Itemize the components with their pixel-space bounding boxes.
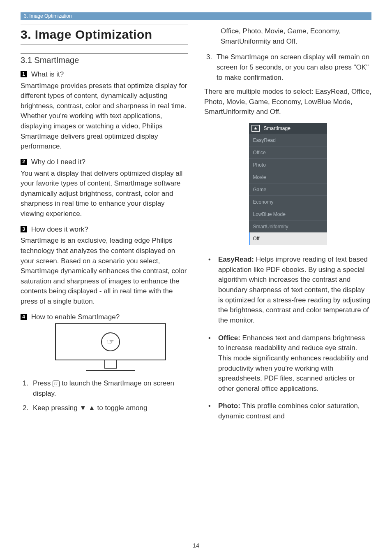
arrow-icons: ▼ ▲ <box>79 404 95 412</box>
osd-item-photo[interactable]: Photo <box>249 158 327 171</box>
step-3: The SmartImage on screen display will re… <box>214 52 371 83</box>
mode-office-text: Enhances text and dampens brightness to … <box>218 334 369 392</box>
mode-office-name: Office: <box>218 334 240 342</box>
osd-item-movie[interactable]: Movie <box>249 171 327 183</box>
question-2-text: You want a display that delivers optimiz… <box>21 169 188 219</box>
smartimage-icon: ☞ <box>107 337 114 347</box>
question-1-text: SmartImage provides presets that optimiz… <box>21 81 188 152</box>
osd-item-economy[interactable]: Economy <box>249 195 327 208</box>
step-2b: to toggle among <box>95 404 148 412</box>
right-column: Office, Photo, Movie, Game, Economy, Sma… <box>204 25 371 429</box>
osd-item-office[interactable]: Office <box>249 146 327 158</box>
mode-easyread-name: EasyRead: <box>218 255 254 263</box>
monitor-stand <box>55 360 166 371</box>
content-columns: 3. Image Optimization 3.1 SmartImage 1 W… <box>21 25 371 429</box>
page-number: 14 <box>0 542 392 549</box>
step-2: Keep pressing ▼ ▲ to toggle among <box>30 403 188 413</box>
step-1: Press ☞ to launch the SmartImage on scre… <box>30 378 188 399</box>
chapter-title: 3. Image Optimization <box>21 25 188 44</box>
question-3-text: SmartImage is an exclusive, leading edge… <box>21 236 188 306</box>
smartimage-button-icon: ☞ <box>101 332 120 351</box>
osd-item-off[interactable]: Off <box>249 232 327 245</box>
osd-menu: ★ SmartImage EasyRead Office Photo Movie… <box>249 123 327 245</box>
mode-descriptions: EasyRead: Helps improve reading of text … <box>204 255 371 422</box>
badge-2: 2 <box>21 159 27 165</box>
page-header-bar: 3. Image Optimization <box>21 12 371 20</box>
section-title: 3.1 SmartImage <box>21 53 188 65</box>
badge-3: 3 <box>21 226 27 232</box>
mode-photo: Photo: This profile combines color satur… <box>208 401 371 421</box>
question-3: 3 How does it work? <box>21 225 188 234</box>
modes-intro: There are multiple modes to select: Easy… <box>204 87 371 117</box>
mode-office: Office: Enhances text and dampens bright… <box>208 333 371 394</box>
question-2: 2 Why do I need it? <box>21 158 188 166</box>
osd-item-easyread[interactable]: EasyRead <box>249 134 327 146</box>
mode-photo-name: Photo: <box>218 402 240 410</box>
step-2-continued: Office, Photo, Movie, Game, Economy, Sma… <box>204 26 371 46</box>
badge-4: 4 <box>21 314 27 320</box>
enable-steps: Press ☞ to launch the SmartImage on scre… <box>21 378 188 413</box>
question-1-label: What is it? <box>31 70 64 78</box>
osd-item-game[interactable]: Game <box>249 183 327 195</box>
question-2-label: Why do I need it? <box>31 158 85 166</box>
question-4-label: How to enable SmartImage? <box>31 313 120 320</box>
badge-1: 1 <box>21 71 27 77</box>
osd-item-smartuniformity[interactable]: SmartUniformity <box>249 220 327 232</box>
question-1: 1 What is it? <box>21 70 188 79</box>
osd-title: SmartImage <box>264 125 291 131</box>
monitor-diagram: ☞ <box>33 323 188 371</box>
left-column: 3. Image Optimization 3.1 SmartImage 1 W… <box>21 25 188 429</box>
monitor-screen: ☞ <box>55 323 166 360</box>
osd-item-lowblue[interactable]: LowBlue Mode <box>249 208 327 220</box>
mode-easyread-text: Helps improve reading of text based appl… <box>218 255 370 324</box>
enable-steps-cont: The SmartImage on screen display will re… <box>204 52 371 83</box>
step-1a: Press <box>33 379 53 387</box>
question-3-label: How does it work? <box>31 225 88 233</box>
mode-easyread: EasyRead: Helps improve reading of text … <box>208 255 371 325</box>
osd-header: ★ SmartImage <box>249 123 327 134</box>
step-2a: Keep pressing <box>33 404 79 412</box>
osd-star-icon: ★ <box>251 125 260 132</box>
question-4: 4 How to enable SmartImage? <box>21 313 188 321</box>
smartimage-inline-icon: ☞ <box>53 381 60 387</box>
